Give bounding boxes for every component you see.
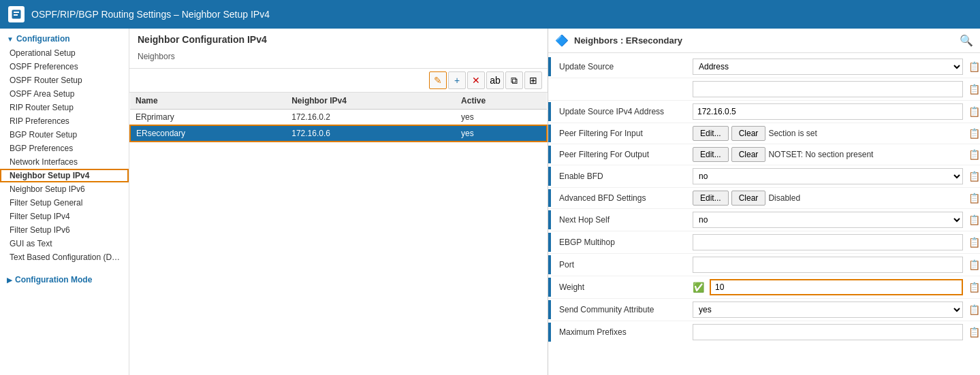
field-update-source-ipv4: Update Source IPv4 Address 📋 xyxy=(548,101,980,123)
field-label-advanced-bfd: Advanced BFD Settings xyxy=(554,191,690,206)
maximum-prefixes-input[interactable] xyxy=(693,324,963,340)
peer-filtering-output-status: NOTSET: No section present xyxy=(768,150,873,159)
field-weight: Weight ✅ 📋 xyxy=(548,276,980,299)
select-wrapper: yes no xyxy=(693,301,963,318)
svg-rect-2 xyxy=(14,14,18,16)
select-wrapper: no yes xyxy=(693,168,963,184)
row-action-icon[interactable]: 📋 xyxy=(968,171,980,182)
update-source-select[interactable]: Address xyxy=(693,59,963,75)
left-panel: Neighbor Configuration IPv4 Neighbors ✎ … xyxy=(129,29,548,375)
field-value-update-source: Address xyxy=(690,57,966,76)
sidebar-item-ospf-router-setup[interactable]: OSPF Router Setup xyxy=(0,74,129,87)
field-indicator xyxy=(548,210,551,229)
enable-bfd-select[interactable]: no yes xyxy=(693,168,963,184)
section-label: Neighbors xyxy=(138,49,539,64)
copy-button[interactable]: ⧉ xyxy=(505,71,523,89)
sidebar-item-network-interfaces[interactable]: Network Interfaces xyxy=(0,155,129,169)
ebgp-multihop-input[interactable] xyxy=(693,234,963,250)
peer-filtering-output-clear-button[interactable]: Clear xyxy=(731,147,766,162)
field-value-peer-filtering-output: Edit... Clear NOTSET: No section present xyxy=(690,146,966,163)
table-toolbar: ✎ + ✕ ab ⧉ ⊞ xyxy=(129,69,548,93)
sidebar-item-ospf-area-setup[interactable]: OSPF Area Setup xyxy=(0,87,129,101)
move-button[interactable]: ⊞ xyxy=(524,71,542,89)
field-label-update-source-ipv4: Update Source IPv4 Address xyxy=(554,104,690,119)
sidebar-item-rip-preferences[interactable]: RIP Preferences xyxy=(0,114,129,128)
update-source-text-input[interactable] xyxy=(693,81,963,97)
field-indicator xyxy=(548,189,551,207)
row-action-icon[interactable]: 📋 xyxy=(968,214,980,225)
delete-button[interactable]: ✕ xyxy=(467,71,485,89)
sidebar-item-bgp-router-setup[interactable]: BGP Router Setup xyxy=(0,128,129,142)
row-action-icon[interactable]: 📋 xyxy=(968,259,980,270)
weight-input[interactable] xyxy=(710,279,963,295)
field-value-peer-filtering-input: Edit... Clear Section is set xyxy=(690,125,966,142)
rename-button[interactable]: ab xyxy=(486,71,504,89)
peer-filtering-input-edit-button[interactable]: Edit... xyxy=(693,126,729,141)
table-row[interactable]: ERprimary 172.16.0.2 yes xyxy=(130,110,547,126)
sidebar-item-bgp-preferences[interactable]: BGP Preferences xyxy=(0,142,129,155)
sidebar-item-filter-setup-general[interactable]: Filter Setup General xyxy=(0,196,129,210)
edit-button[interactable]: ✎ xyxy=(429,71,447,89)
row-action-icon[interactable]: 📋 xyxy=(968,193,980,203)
sidebar-item-filter-setup-ipv6[interactable]: Filter Setup IPv6 xyxy=(0,223,129,237)
row-ipv4: 172.16.0.6 xyxy=(286,125,456,142)
row-action-icon[interactable]: 📋 xyxy=(968,327,980,338)
sidebar-item-operational-setup[interactable]: Operational Setup xyxy=(0,46,129,60)
row-action-icon[interactable]: 📋 xyxy=(968,128,980,139)
sidebar-item-rip-router-setup[interactable]: RIP Router Setup xyxy=(0,101,129,114)
field-indicator xyxy=(548,57,551,76)
sidebar-item-filter-setup-ipv4[interactable]: Filter Setup IPv4 xyxy=(0,210,129,223)
peer-filtering-output-edit-button[interactable]: Edit... xyxy=(693,147,729,162)
port-input[interactable] xyxy=(693,257,963,273)
field-label-weight: Weight xyxy=(554,280,690,295)
field-indicator xyxy=(548,125,551,142)
table-row-selected[interactable]: ERsecondary 172.16.0.6 yes xyxy=(130,125,547,142)
field-value-maximum-prefixes xyxy=(690,323,966,342)
search-button[interactable]: 🔍 xyxy=(960,34,973,47)
sidebar-item-text-based-config[interactable]: Text Based Configuration (DEP xyxy=(0,250,129,264)
field-update-source-input-row: 📋 xyxy=(548,78,980,101)
update-source-ipv4-input[interactable] xyxy=(693,103,963,120)
configuration-section[interactable]: ▼ Configuration xyxy=(0,29,129,46)
configuration-label: Configuration xyxy=(16,34,70,44)
field-ebgp-multihop: EBGP Multihop 📋 xyxy=(548,231,980,254)
field-peer-filtering-input: Peer Filtering For Input Edit... Clear S… xyxy=(548,123,980,144)
field-label-port: Port xyxy=(554,257,690,272)
panel-title: Neighbor Configuration IPv4 xyxy=(138,34,539,45)
add-button[interactable]: + xyxy=(448,71,466,89)
app-icon xyxy=(8,6,25,22)
row-action-icon[interactable]: 📋 xyxy=(968,304,980,315)
config-mode-section[interactable]: ▶ Configuration Mode xyxy=(0,270,129,287)
right-panel-header: 🔷 Neighbors : ERsecondary 🔍 xyxy=(548,29,980,53)
advanced-bfd-edit-button[interactable]: Edit... xyxy=(693,191,729,206)
field-update-source: Update Source Address 📋 xyxy=(548,56,980,78)
select-wrapper: Address xyxy=(693,59,963,75)
row-action-icon[interactable]: 📋 xyxy=(968,84,980,95)
sidebar-item-gui-as-text[interactable]: GUI as Text xyxy=(0,237,129,250)
row-action-icon[interactable]: 📋 xyxy=(968,149,980,160)
row-action-icon[interactable]: 📋 xyxy=(968,237,980,248)
row-action-icon[interactable]: 📋 xyxy=(968,106,980,117)
peer-filtering-input-status: Section is set xyxy=(768,129,817,138)
field-indicator xyxy=(548,233,551,252)
field-peer-filtering-output: Peer Filtering For Output Edit... Clear … xyxy=(548,144,980,165)
sidebar-item-neighbor-setup-ipv4[interactable]: Neighbor Setup IPv4 xyxy=(0,169,129,182)
field-label-peer-filtering-output: Peer Filtering For Output xyxy=(554,147,690,162)
peer-filtering-input-clear-button[interactable]: Clear xyxy=(731,126,766,141)
field-label-empty xyxy=(554,86,690,92)
field-value-empty xyxy=(690,80,966,99)
field-send-community: Send Community Attribute yes no 📋 xyxy=(548,299,980,321)
field-value-ebgp-multihop xyxy=(690,233,966,252)
row-action-icon[interactable]: 📋 xyxy=(968,61,980,72)
next-hop-self-select[interactable]: no yes xyxy=(693,212,963,228)
sidebar-item-ospf-preferences[interactable]: OSPF Preferences xyxy=(0,60,129,74)
row-action-icon[interactable]: 📋 xyxy=(968,282,980,293)
advanced-bfd-clear-button[interactable]: Clear xyxy=(731,191,766,206)
send-community-select[interactable]: yes no xyxy=(693,301,963,318)
window-title: OSPF/RIP/BGP Routing Settings – Neighbor… xyxy=(31,9,270,20)
field-value-weight: ✅ xyxy=(690,278,966,297)
field-port: Port 📋 xyxy=(548,254,980,276)
row-active: yes xyxy=(456,110,547,126)
sidebar-item-neighbor-setup-ipv6[interactable]: Neighbor Setup IPv6 xyxy=(0,182,129,196)
col-active: Active xyxy=(456,93,547,110)
